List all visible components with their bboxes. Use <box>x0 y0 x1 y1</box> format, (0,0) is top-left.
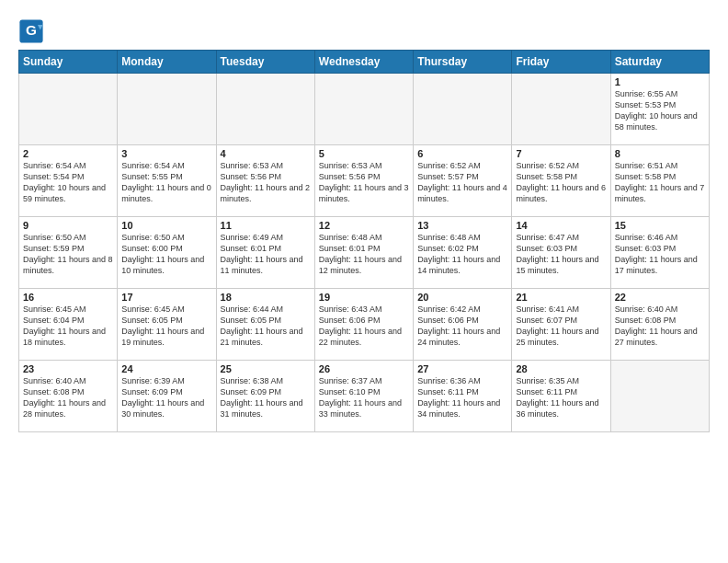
day-number: 14 <box>516 220 606 231</box>
day-number: 19 <box>319 292 409 303</box>
day-info: Sunrise: 6:47 AMSunset: 6:03 PMDaylight:… <box>516 232 606 277</box>
day-info: Sunrise: 6:41 AMSunset: 6:07 PMDaylight:… <box>516 304 606 349</box>
calendar-day: 7Sunrise: 6:52 AMSunset: 5:58 PMDaylight… <box>512 145 610 217</box>
day-info: Sunrise: 6:40 AMSunset: 6:08 PMDaylight:… <box>23 375 113 420</box>
calendar-day: 12Sunrise: 6:48 AMSunset: 6:01 PMDayligh… <box>314 217 413 289</box>
calendar-day <box>19 74 118 145</box>
day-info: Sunrise: 6:55 AMSunset: 5:53 PMDaylight:… <box>615 88 705 133</box>
day-info: Sunrise: 6:45 AMSunset: 6:05 PMDaylight:… <box>121 304 211 349</box>
calendar-day: 25Sunrise: 6:38 AMSunset: 6:09 PMDayligh… <box>216 361 314 432</box>
calendar-day: 26Sunrise: 6:37 AMSunset: 6:10 PMDayligh… <box>314 361 413 432</box>
day-info: Sunrise: 6:51 AMSunset: 5:58 PMDaylight:… <box>615 160 705 205</box>
day-number: 25 <box>221 363 311 374</box>
calendar-week: 1Sunrise: 6:55 AMSunset: 5:53 PMDaylight… <box>19 74 710 145</box>
calendar-day: 16Sunrise: 6:45 AMSunset: 6:04 PMDayligh… <box>19 289 118 361</box>
day-info: Sunrise: 6:40 AMSunset: 6:08 PMDaylight:… <box>615 304 705 349</box>
calendar-day: 17Sunrise: 6:45 AMSunset: 6:05 PMDayligh… <box>118 289 216 361</box>
calendar-day: 2Sunrise: 6:54 AMSunset: 5:54 PMDaylight… <box>19 145 118 217</box>
calendar-day: 9Sunrise: 6:50 AMSunset: 5:59 PMDaylight… <box>19 217 118 289</box>
calendar-body: 1Sunrise: 6:55 AMSunset: 5:53 PMDaylight… <box>19 74 710 432</box>
header-day: Thursday <box>414 51 512 74</box>
day-info: Sunrise: 6:36 AMSunset: 6:11 PMDaylight:… <box>417 375 507 420</box>
header: G <box>18 15 710 44</box>
calendar-day: 13Sunrise: 6:48 AMSunset: 6:02 PMDayligh… <box>414 217 512 289</box>
day-number: 12 <box>319 220 409 231</box>
header-day: Saturday <box>610 51 709 74</box>
calendar-day <box>216 74 314 145</box>
day-info: Sunrise: 6:50 AMSunset: 5:59 PMDaylight:… <box>23 232 113 277</box>
page: G SundayMondayTuesdayWednesdayThursdayFr… <box>0 0 728 563</box>
header-day: Friday <box>512 51 610 74</box>
day-number: 16 <box>23 292 113 303</box>
day-info: Sunrise: 6:39 AMSunset: 6:09 PMDaylight:… <box>121 375 211 420</box>
day-number: 7 <box>516 148 606 159</box>
header-day: Tuesday <box>216 51 314 74</box>
day-info: Sunrise: 6:38 AMSunset: 6:09 PMDaylight:… <box>221 375 311 420</box>
calendar-day: 22Sunrise: 6:40 AMSunset: 6:08 PMDayligh… <box>610 289 709 361</box>
day-info: Sunrise: 6:53 AMSunset: 5:56 PMDaylight:… <box>221 160 311 205</box>
calendar-day: 5Sunrise: 6:53 AMSunset: 5:56 PMDaylight… <box>314 145 413 217</box>
calendar-day: 20Sunrise: 6:42 AMSunset: 6:06 PMDayligh… <box>414 289 512 361</box>
calendar-week: 9Sunrise: 6:50 AMSunset: 5:59 PMDaylight… <box>19 217 710 289</box>
day-number: 22 <box>615 292 705 303</box>
day-number: 17 <box>121 292 211 303</box>
day-number: 8 <box>615 148 705 159</box>
day-number: 3 <box>121 148 211 159</box>
calendar-day: 8Sunrise: 6:51 AMSunset: 5:58 PMDaylight… <box>610 145 709 217</box>
day-number: 26 <box>319 363 409 374</box>
day-number: 28 <box>516 363 606 374</box>
day-number: 15 <box>615 220 705 231</box>
logo: G <box>18 18 48 44</box>
calendar-day <box>610 361 709 432</box>
day-number: 11 <box>221 220 311 231</box>
day-number: 21 <box>516 292 606 303</box>
header-day: Sunday <box>19 51 118 74</box>
calendar-day: 19Sunrise: 6:43 AMSunset: 6:06 PMDayligh… <box>314 289 413 361</box>
header-day: Wednesday <box>314 51 413 74</box>
day-info: Sunrise: 6:50 AMSunset: 6:00 PMDaylight:… <box>121 232 211 277</box>
calendar-week: 2Sunrise: 6:54 AMSunset: 5:54 PMDaylight… <box>19 145 710 217</box>
day-number: 4 <box>221 148 311 159</box>
calendar-day: 23Sunrise: 6:40 AMSunset: 6:08 PMDayligh… <box>19 361 118 432</box>
calendar-day: 1Sunrise: 6:55 AMSunset: 5:53 PMDaylight… <box>610 74 709 145</box>
svg-text:G: G <box>26 22 37 38</box>
calendar-day: 18Sunrise: 6:44 AMSunset: 6:05 PMDayligh… <box>216 289 314 361</box>
day-number: 13 <box>417 220 507 231</box>
calendar-week: 23Sunrise: 6:40 AMSunset: 6:08 PMDayligh… <box>19 361 710 432</box>
day-number: 23 <box>23 363 113 374</box>
day-info: Sunrise: 6:52 AMSunset: 5:57 PMDaylight:… <box>417 160 507 205</box>
calendar-day <box>118 74 216 145</box>
day-number: 24 <box>121 363 211 374</box>
day-info: Sunrise: 6:45 AMSunset: 6:04 PMDaylight:… <box>23 304 113 349</box>
calendar-day: 6Sunrise: 6:52 AMSunset: 5:57 PMDaylight… <box>414 145 512 217</box>
day-number: 1 <box>615 76 705 87</box>
day-info: Sunrise: 6:54 AMSunset: 5:55 PMDaylight:… <box>121 160 211 205</box>
header-day: Monday <box>118 51 216 74</box>
day-number: 27 <box>417 363 507 374</box>
day-info: Sunrise: 6:46 AMSunset: 6:03 PMDaylight:… <box>615 232 705 277</box>
day-info: Sunrise: 6:44 AMSunset: 6:05 PMDaylight:… <box>221 304 311 349</box>
calendar-day: 27Sunrise: 6:36 AMSunset: 6:11 PMDayligh… <box>414 361 512 432</box>
calendar-day: 11Sunrise: 6:49 AMSunset: 6:01 PMDayligh… <box>216 217 314 289</box>
day-info: Sunrise: 6:43 AMSunset: 6:06 PMDaylight:… <box>319 304 409 349</box>
calendar-day <box>414 74 512 145</box>
calendar-header: SundayMondayTuesdayWednesdayThursdayFrid… <box>19 51 710 74</box>
logo-icon: G <box>18 18 44 44</box>
calendar-day: 14Sunrise: 6:47 AMSunset: 6:03 PMDayligh… <box>512 217 610 289</box>
day-info: Sunrise: 6:52 AMSunset: 5:58 PMDaylight:… <box>516 160 606 205</box>
day-number: 10 <box>121 220 211 231</box>
day-number: 18 <box>221 292 311 303</box>
calendar-day: 21Sunrise: 6:41 AMSunset: 6:07 PMDayligh… <box>512 289 610 361</box>
calendar-day: 3Sunrise: 6:54 AMSunset: 5:55 PMDaylight… <box>118 145 216 217</box>
day-number: 9 <box>23 220 113 231</box>
calendar-day: 15Sunrise: 6:46 AMSunset: 6:03 PMDayligh… <box>610 217 709 289</box>
day-info: Sunrise: 6:42 AMSunset: 6:06 PMDaylight:… <box>417 304 507 349</box>
day-number: 20 <box>417 292 507 303</box>
day-number: 2 <box>23 148 113 159</box>
day-info: Sunrise: 6:35 AMSunset: 6:11 PMDaylight:… <box>516 375 606 420</box>
header-row: SundayMondayTuesdayWednesdayThursdayFrid… <box>19 51 710 74</box>
calendar: SundayMondayTuesdayWednesdayThursdayFrid… <box>18 50 710 432</box>
calendar-day: 28Sunrise: 6:35 AMSunset: 6:11 PMDayligh… <box>512 361 610 432</box>
calendar-day: 10Sunrise: 6:50 AMSunset: 6:00 PMDayligh… <box>118 217 216 289</box>
calendar-day <box>512 74 610 145</box>
